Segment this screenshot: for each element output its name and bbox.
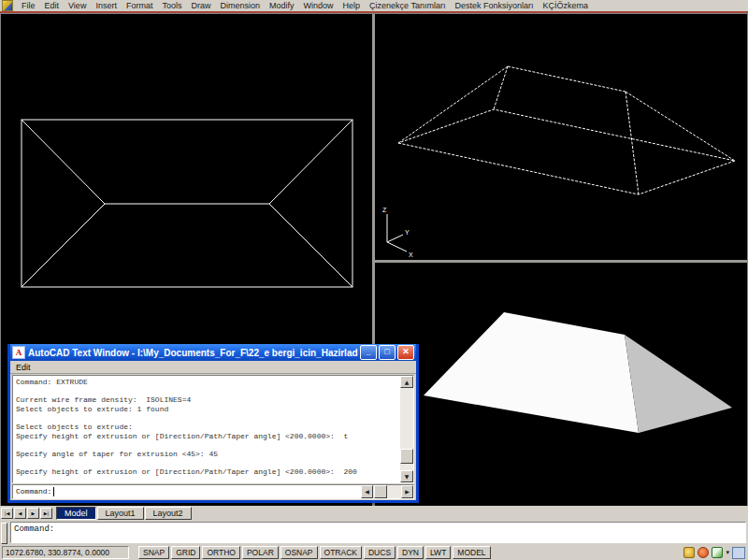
menu-format[interactable]: Format: [122, 1, 158, 10]
autocad-window-icon: A: [12, 346, 25, 359]
menu-dimension[interactable]: Dimension: [215, 1, 265, 10]
horizontal-scrollbar[interactable]: ◀ ▶: [361, 485, 413, 498]
tab-model[interactable]: Model: [56, 507, 96, 520]
menu-items: FileEditViewInsertFormatToolsDrawDimensi…: [17, 1, 593, 10]
console-line: [16, 387, 397, 396]
toggle-model[interactable]: MODEL: [453, 546, 490, 559]
menu-view[interactable]: View: [64, 1, 91, 10]
ucs-z-label: Z: [382, 207, 387, 213]
text-window-titlebar[interactable]: A AutoCAD Text Window - I:\My_Documents_…: [10, 344, 416, 361]
menu-tools[interactable]: Tools: [157, 1, 186, 10]
alert-icon[interactable]: [698, 547, 709, 558]
menu-file[interactable]: File: [17, 1, 40, 10]
vertical-scrollbar[interactable]: ▲ ▼: [400, 376, 413, 482]
console-input-prompt: Command:: [16, 485, 54, 498]
maximize-button[interactable]: □: [379, 345, 396, 360]
command-bar-grip[interactable]: [1, 523, 7, 544]
tab-nav-button[interactable]: |◀: [1, 508, 13, 519]
console-input-row[interactable]: Command: ◀ ▶: [12, 484, 414, 499]
menu-izenek-e-tan-mlar[interactable]: Çizenekçe Tanımları: [365, 1, 450, 10]
tab-nav-buttons: |◀◀▶▶|: [0, 508, 52, 519]
chevron-down-icon[interactable]: ▾: [726, 549, 729, 556]
toggle-snap[interactable]: SNAP: [138, 546, 169, 559]
cleanscreen-icon[interactable]: [732, 547, 745, 559]
scroll-thumb-horizontal[interactable]: [374, 485, 387, 498]
scroll-down-button[interactable]: ▼: [400, 470, 413, 482]
close-button[interactable]: ✕: [397, 345, 414, 360]
app-menubar: FileEditViewInsertFormatToolsDrawDimensi…: [0, 0, 748, 11]
autocad-text-window[interactable]: A AutoCAD Text Window - I:\My_Documents_…: [7, 344, 419, 503]
minimize-button[interactable]: _: [360, 345, 377, 360]
scroll-up-button[interactable]: ▲: [400, 376, 413, 388]
annotation-icon[interactable]: [712, 547, 723, 558]
tab-layout2[interactable]: Layout2: [145, 507, 192, 520]
status-tray: ▾: [681, 547, 745, 559]
scroll-thumb[interactable]: [400, 449, 413, 464]
top-view-wireframe: [22, 120, 352, 287]
console-line: Command: EXTRUDE: [16, 378, 397, 387]
console-line: [16, 413, 397, 423]
status-toggles: SNAPGRIDORTHOPOLAROSNAPOTRACKDUCSDYNLWTM…: [137, 546, 491, 559]
console-line: Current wire frame density: ISOLINES=4: [16, 395, 397, 405]
tab-nav-button[interactable]: ◀: [14, 508, 26, 519]
console-line: Specify height of extrusion or [Directio…: [16, 467, 397, 477]
layout-tabs: ModelLayout1Layout2: [55, 507, 192, 520]
coordinate-readout: 1072.6780, 330.8774, 0.0000: [2, 546, 129, 559]
ucs-x-label: X: [409, 251, 413, 258]
ucs-y-label: Y: [405, 229, 410, 236]
command-bar: Command:: [0, 521, 748, 544]
scroll-left-button[interactable]: ◀: [361, 485, 373, 498]
toggle-lwt[interactable]: LWT: [425, 546, 451, 559]
status-bar: 1072.6780, 330.8774, 0.0000 SNAPGRIDORTH…: [0, 545, 748, 560]
menu-insert[interactable]: Insert: [91, 1, 122, 10]
text-window-menubar: Edit: [10, 361, 416, 374]
console-line: [16, 458, 397, 467]
toggle-otrack[interactable]: OTRACK: [320, 546, 362, 559]
command-input[interactable]: Command:: [10, 522, 746, 543]
tab-nav-button[interactable]: ▶: [27, 508, 39, 519]
menu-help[interactable]: Help: [338, 1, 366, 10]
console-lines: Command: EXTRUDECurrent wire frame densi…: [16, 378, 397, 482]
menu-window[interactable]: Window: [299, 1, 338, 10]
tab-layout1[interactable]: Layout1: [97, 507, 144, 520]
scroll-right-button[interactable]: ▶: [401, 485, 413, 498]
console-line: [16, 440, 397, 450]
console-line: Specify angle of taper for extrusion <45…: [16, 450, 397, 459]
iso-wireframe: [398, 66, 735, 194]
toggle-ortho[interactable]: ORTHO: [202, 546, 240, 559]
toggle-osnap[interactable]: OSNAP: [280, 546, 318, 559]
toggle-ducs[interactable]: DUCS: [364, 546, 396, 559]
tab-nav-button[interactable]: ▶|: [40, 508, 52, 519]
console-line: Select objects to extrude: 1 found: [16, 405, 397, 414]
viewport-divider-horizontal[interactable]: [375, 260, 747, 263]
menu-modify[interactable]: Modify: [265, 1, 299, 10]
menu-edit[interactable]: Edit: [40, 1, 65, 10]
shaded-solid: [424, 312, 732, 433]
menu-edit[interactable]: Edit: [10, 363, 36, 372]
menu-k-i-zkema[interactable]: KÇİÖzkema: [538, 1, 593, 10]
app-icon[interactable]: [2, 0, 13, 11]
toggle-polar[interactable]: POLAR: [242, 546, 279, 559]
menu-destek-fonksiyonlar[interactable]: Destek Fonksiyonları: [450, 1, 538, 10]
lock-icon[interactable]: [683, 547, 695, 558]
toggle-grid[interactable]: GRID: [171, 546, 200, 559]
console-line: Select objects to extrude:: [16, 423, 397, 432]
toggle-dyn[interactable]: DYN: [397, 546, 424, 559]
layout-tabbar: |◀◀▶▶| ModelLayout1Layout2: [0, 506, 748, 520]
ucs-icon: Z Y X: [382, 207, 413, 258]
text-window-title: AutoCAD Text Window - I:\My_Documents_Fo…: [28, 348, 358, 358]
console-line: Specify height of extrusion or [Directio…: [16, 432, 397, 441]
menu-draw[interactable]: Draw: [186, 1, 215, 10]
console-output: Command: EXTRUDECurrent wire frame densi…: [12, 375, 414, 483]
text-cursor: [53, 487, 54, 496]
